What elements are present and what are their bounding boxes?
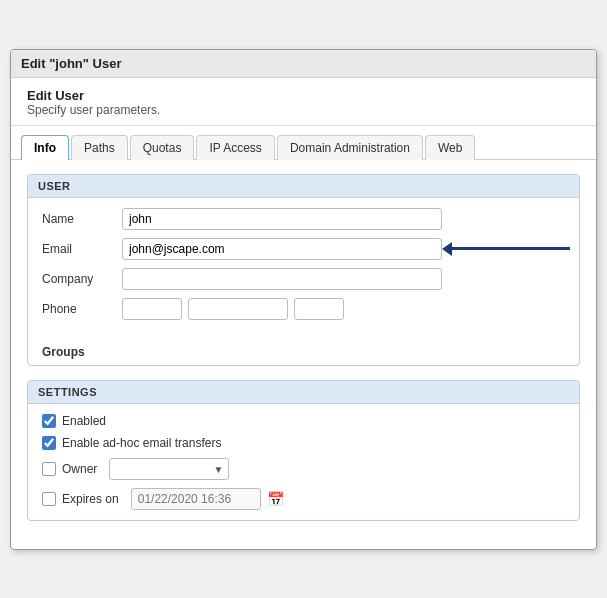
company-input[interactable] [122, 268, 442, 290]
calendar-icon[interactable]: 📅 [267, 491, 284, 507]
tab-web[interactable]: Web [425, 135, 475, 160]
expires-checkbox[interactable] [42, 492, 56, 506]
email-field-row: Email [42, 238, 565, 260]
phone-input-2[interactable] [188, 298, 288, 320]
phone-input-row [122, 298, 344, 320]
enabled-label: Enabled [62, 414, 106, 428]
tab-content: USER Name Email Company [11, 160, 596, 549]
page-subtitle: Specify user parameters. [27, 103, 580, 117]
expires-row: Expires on 📅 [42, 488, 565, 510]
owner-checkbox[interactable] [42, 462, 56, 476]
user-section-header: USER [28, 175, 579, 198]
groups-label: Groups [42, 345, 85, 359]
arrow-indicator [450, 247, 570, 250]
page-header: Edit User Specify user parameters. [11, 78, 596, 126]
email-input-row [122, 238, 570, 260]
user-section-body: Name Email Company [28, 198, 579, 338]
groups-row: Groups [28, 338, 579, 365]
settings-section: SETTINGS Enabled Enable ad-hoc email tra… [27, 380, 580, 521]
owner-select[interactable] [109, 458, 229, 480]
settings-section-body: Enabled Enable ad-hoc email transfers Ow… [28, 404, 579, 520]
arrow-line [450, 247, 570, 250]
tab-info[interactable]: Info [21, 135, 69, 160]
user-section: USER Name Email Company [27, 174, 580, 366]
owner-select-wrapper: ▼ [109, 458, 229, 480]
page-title: Edit User [27, 88, 580, 103]
adhoc-row: Enable ad-hoc email transfers [42, 436, 565, 450]
tab-domain-admin[interactable]: Domain Administration [277, 135, 423, 160]
expires-label: Expires on [62, 492, 119, 506]
enabled-checkbox[interactable] [42, 414, 56, 428]
enabled-row: Enabled [42, 414, 565, 428]
tab-paths[interactable]: Paths [71, 135, 128, 160]
tab-bar: Info Paths Quotas IP Access Domain Admin… [11, 126, 596, 160]
tab-quotas[interactable]: Quotas [130, 135, 195, 160]
email-input[interactable] [122, 238, 442, 260]
expires-input[interactable] [131, 488, 261, 510]
phone-field-row: Phone [42, 298, 565, 320]
name-input[interactable] [122, 208, 442, 230]
name-field-row: Name [42, 208, 565, 230]
email-label: Email [42, 242, 122, 256]
settings-section-header: SETTINGS [28, 381, 579, 404]
phone-label: Phone [42, 302, 122, 316]
company-field-row: Company [42, 268, 565, 290]
company-label: Company [42, 272, 122, 286]
adhoc-checkbox[interactable] [42, 436, 56, 450]
main-window: Edit "john" User Edit User Specify user … [10, 49, 597, 550]
owner-row: Owner ▼ [42, 458, 565, 480]
phone-input-1[interactable] [122, 298, 182, 320]
phone-input-3[interactable] [294, 298, 344, 320]
window-title: Edit "john" User [11, 50, 596, 78]
owner-label: Owner [62, 462, 97, 476]
adhoc-label: Enable ad-hoc email transfers [62, 436, 221, 450]
name-label: Name [42, 212, 122, 226]
tab-ip-access[interactable]: IP Access [196, 135, 274, 160]
